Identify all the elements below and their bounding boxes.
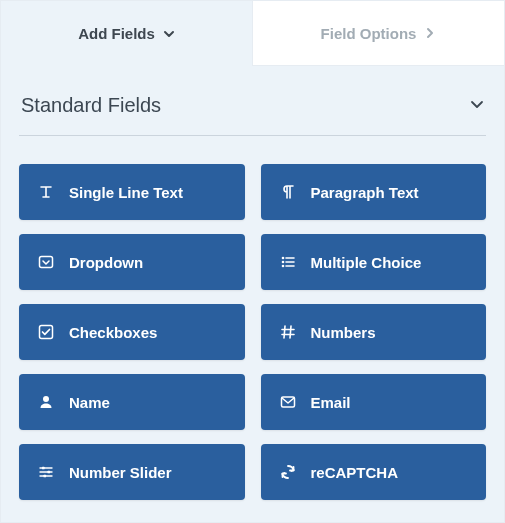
panel-standard-fields: Standard Fields Single Line Text Paragra… — [1, 66, 504, 516]
field-label: Paragraph Text — [311, 184, 419, 201]
svg-point-2 — [281, 261, 284, 264]
field-numbers[interactable]: Numbers — [261, 304, 487, 360]
list-icon — [279, 253, 297, 271]
field-paragraph-text[interactable]: Paragraph Text — [261, 164, 487, 220]
hash-icon — [279, 323, 297, 341]
field-number-slider[interactable]: Number Slider — [19, 444, 245, 500]
svg-rect-9 — [44, 475, 47, 478]
svg-point-1 — [281, 257, 284, 260]
field-label: Number Slider — [69, 464, 172, 481]
field-label: Dropdown — [69, 254, 143, 271]
svg-rect-8 — [48, 471, 51, 474]
svg-rect-7 — [42, 467, 45, 470]
field-checkboxes[interactable]: Checkboxes — [19, 304, 245, 360]
tab-add-fields[interactable]: Add Fields — [1, 1, 252, 66]
field-label: Checkboxes — [69, 324, 157, 341]
chevron-right-icon — [424, 27, 436, 39]
field-single-line-text[interactable]: Single Line Text — [19, 164, 245, 220]
field-label: Email — [311, 394, 351, 411]
chevron-down-icon — [163, 28, 175, 40]
recaptcha-icon — [279, 463, 297, 481]
field-name[interactable]: Name — [19, 374, 245, 430]
svg-point-3 — [281, 265, 284, 268]
fields-grid: Single Line Text Paragraph Text Dropdown… — [19, 164, 486, 500]
user-icon — [37, 393, 55, 411]
section-title: Standard Fields — [21, 94, 161, 117]
field-label: Single Line Text — [69, 184, 183, 201]
dropdown-icon — [37, 253, 55, 271]
svg-point-5 — [43, 396, 49, 402]
field-label: Multiple Choice — [311, 254, 422, 271]
field-label: Numbers — [311, 324, 376, 341]
sliders-icon — [37, 463, 55, 481]
section-toggle[interactable]: Standard Fields — [19, 84, 486, 136]
tab-label: Field Options — [321, 25, 417, 42]
field-dropdown[interactable]: Dropdown — [19, 234, 245, 290]
field-label: reCAPTCHA — [311, 464, 399, 481]
checkbox-icon — [37, 323, 55, 341]
field-recaptcha[interactable]: reCAPTCHA — [261, 444, 487, 500]
svg-rect-0 — [40, 257, 53, 268]
field-multiple-choice[interactable]: Multiple Choice — [261, 234, 487, 290]
field-email[interactable]: Email — [261, 374, 487, 430]
field-label: Name — [69, 394, 110, 411]
envelope-icon — [279, 393, 297, 411]
paragraph-icon — [279, 183, 297, 201]
tab-label: Add Fields — [78, 25, 155, 42]
chevron-down-icon — [470, 97, 484, 115]
tab-field-options[interactable]: Field Options — [252, 1, 504, 66]
tabs: Add Fields Field Options — [1, 1, 504, 66]
text-input-icon — [37, 183, 55, 201]
